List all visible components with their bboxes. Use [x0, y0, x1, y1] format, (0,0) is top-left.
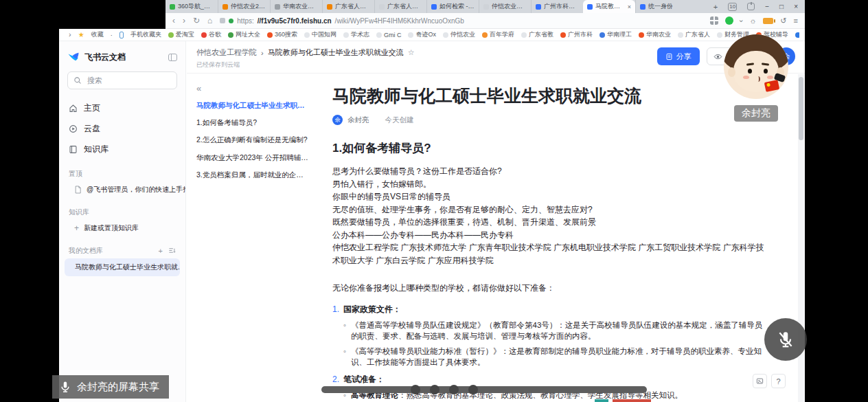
bookmark-item[interactable]: 华南农业 — [639, 30, 671, 39]
menu-icon[interactable]: ≡ — [794, 17, 798, 25]
browser-tab[interactable]: 广州市科美检素材 × — [531, 0, 583, 13]
browser-tab[interactable]: 360导航_一个主页 × — [165, 0, 218, 13]
mode-sun-icon[interactable]: ☼ — [749, 17, 756, 25]
bookmark-item[interactable]: 学术志 — [343, 30, 369, 39]
mute-mic-button[interactable] — [764, 318, 807, 361]
browser-tab[interactable]: 仲恺农业2023年招 × — [218, 0, 270, 13]
tab-count-badge[interactable]: 10 — [728, 3, 737, 11]
bookmark-item[interactable]: 谷歌 — [201, 30, 221, 39]
favorite-star-icon[interactable]: ☆ — [408, 48, 415, 57]
participant-video-avatar[interactable] — [724, 34, 788, 99]
phone-bookmarks-label[interactable]: 手机收藏夹 — [130, 30, 161, 39]
bookmark-favicon — [168, 32, 174, 38]
browser-tab[interactable]: 如何检索 - 广东省 × — [426, 0, 479, 13]
new-tab-button[interactable]: + — [713, 3, 718, 11]
tab-label: 仲恺农业工程学院 — [492, 2, 527, 11]
bookmark-label: 网址大全 — [236, 30, 260, 39]
tab-close-icon[interactable]: × — [628, 3, 631, 10]
restore-button[interactable]: □ — [779, 3, 784, 10]
site-info-icon[interactable] — [220, 18, 225, 23]
sidebar-item-wiki[interactable]: 知识库 — [59, 139, 185, 159]
bookmark-favicon — [443, 32, 448, 38]
home-icon[interactable]: ⌂ — [207, 16, 212, 25]
collapse-panel-icon[interactable] — [168, 54, 177, 61]
add-doc-icon[interactable]: + — [159, 247, 163, 255]
bookmark-item[interactable]: 易捷网 — [795, 30, 799, 39]
search-box[interactable] — [67, 71, 177, 89]
feishu-docs-app: 飞书云文档 主页 云盘 知识库 置顶 @飞书管理员，你们 — [59, 41, 805, 402]
close-button[interactable]: × — [794, 3, 798, 10]
breadcrumb-separator: › — [261, 49, 264, 57]
sidebar-collapse-icon[interactable]: › — [69, 31, 71, 38]
china-flag-icon — [764, 80, 779, 92]
battery-saver-icon[interactable] — [763, 18, 773, 24]
new-wiki-item[interactable]: + 新建或置顶知识库 — [59, 220, 185, 236]
tab-label: 统一身份 — [648, 2, 683, 11]
bookmark-item[interactable]: 广州市科 — [560, 30, 593, 39]
bookmark-favicon — [201, 32, 207, 38]
author-avatar: 余 — [332, 115, 343, 125]
share-button[interactable]: 分享 — [657, 47, 700, 65]
breadcrumb-space[interactable]: 仲恺农业工程学院 — [196, 47, 257, 58]
media-widget-button[interactable] — [753, 374, 767, 388]
screen-share-label: 余封亮的屏幕共享 — [77, 381, 159, 394]
share-doc-icon — [665, 53, 673, 60]
apps-grid-icon[interactable] — [710, 16, 718, 25]
breadcrumb-doc-title[interactable]: 马院教师与化工硕士毕业生求职就业交流 — [268, 47, 404, 58]
browser-tab[interactable]: 广东省人力资源和 × — [374, 0, 426, 13]
forward-icon[interactable]: › — [183, 16, 185, 25]
bookmark-item[interactable]: 广东省人 — [678, 30, 710, 39]
bookmark-item[interactable]: 爱淘宝 — [168, 30, 194, 39]
bookmark-item[interactable]: 华南理工 — [599, 30, 632, 39]
outline-item[interactable]: 2.怎么正确判断有编制还是无编制? — [196, 135, 310, 144]
browser-tab[interactable]: 华南农业大学2023 × — [270, 0, 322, 13]
wardrobe-icon[interactable] — [747, 3, 755, 10]
bookmark-item[interactable]: 中国知网 — [304, 30, 336, 39]
avatar-eye — [748, 69, 752, 74]
url-host: //f1v9u5c7fr0.feishu.cn — [258, 17, 332, 25]
browser-tab[interactable]: 统一身份 × — [635, 0, 687, 13]
outline-item[interactable]: 马院教师与化工硕士毕业生求职就业交流 — [196, 100, 310, 110]
sidebar-item-drive[interactable]: 云盘 — [59, 118, 185, 139]
outline-collapse-icon[interactable]: « — [196, 83, 310, 93]
undo-icon[interactable]: ↺ — [780, 17, 786, 25]
list-number: 2. — [332, 375, 339, 384]
minimize-button[interactable]: − — [765, 3, 769, 10]
help-widget-button[interactable]: ? — [771, 374, 786, 388]
url-field[interactable]: https: //f1v9u5c7fr0.feishu.cn /wiki/WyP… — [220, 17, 702, 25]
chevron-down-icon[interactable]: › — [738, 19, 745, 22]
bookmark-item[interactable]: 广东省教 — [521, 30, 553, 39]
tab-favicon — [379, 4, 385, 10]
taskbar-sliver — [613, 399, 651, 402]
search-input[interactable] — [86, 76, 171, 85]
bookmark-label: 华南农业 — [646, 30, 671, 39]
bookmark-item[interactable]: 网址大全 — [228, 30, 260, 39]
sidebar-item-home[interactable]: 主页 — [59, 98, 185, 118]
scrollbar-thumb[interactable] — [799, 77, 803, 140]
outline-item[interactable]: 华南农业大学2023年 公开招聘辅导员公告 — [196, 153, 310, 162]
favorites-star-icon[interactable]: ★ — [78, 31, 84, 38]
back-icon[interactable]: ‹ — [172, 16, 175, 25]
bookmark-item[interactable]: 奇迹Ox — [408, 30, 436, 39]
bookmark-label: 广东省教 — [529, 30, 553, 39]
sidebar-doc-item-selected[interactable]: 马院教师与化工硕士毕业生求职就... — [65, 258, 180, 276]
extension-green-icon[interactable] — [725, 16, 733, 25]
reload-icon[interactable]: ↻ — [193, 16, 200, 25]
browser-tab[interactable]: 马院教师与化工硕 × — [583, 0, 635, 13]
browser-tab[interactable]: 广东省人社厅_360 × — [322, 0, 374, 13]
browser-tab[interactable]: 仲恺农业工程学院 × — [479, 0, 531, 13]
favorites-label[interactable]: 收藏 — [91, 30, 104, 39]
outline-item[interactable]: 3.党员档案归属，届时就业的企业没有党支部... — [196, 170, 310, 179]
author-name[interactable]: 余封亮 — [347, 115, 369, 125]
bookmark-favicon — [521, 32, 527, 38]
tab-favicon — [483, 4, 489, 10]
pinned-doc-item[interactable]: @飞书管理员，你们的快速上手指南 — [59, 181, 185, 198]
outline-item[interactable]: 1.如何备考辅导员? — [196, 118, 310, 127]
bookmark-item[interactable]: 360搜索 — [267, 30, 297, 39]
bookmark-item[interactable]: 仲恺农业 — [443, 30, 475, 39]
bookmark-item[interactable]: 百年学府 — [482, 30, 514, 39]
bookmark-item[interactable]: Gmi C — [376, 30, 402, 39]
tab-favicon — [431, 4, 437, 10]
sort-icon[interactable] — [168, 247, 176, 254]
doc-article[interactable]: 马院教师与化工硕士毕业生求职就业交流 余 余封亮 今天创建 1.如何备考辅导员?… — [313, 74, 805, 401]
